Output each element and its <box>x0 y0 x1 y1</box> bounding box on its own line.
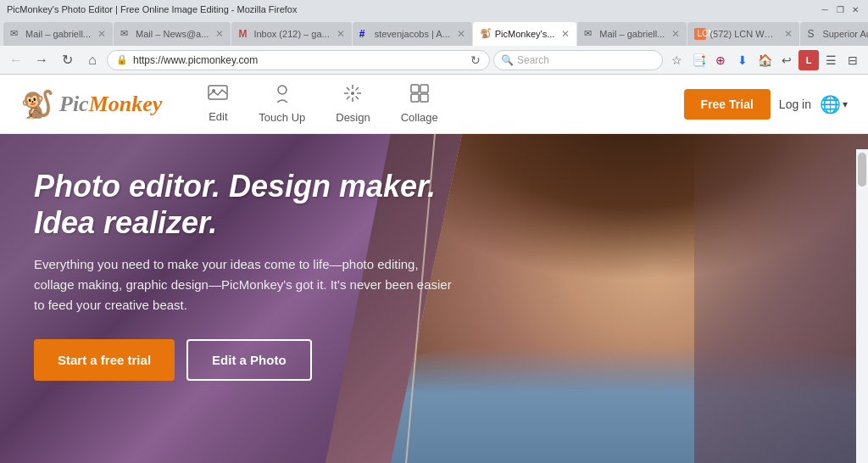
hero-title: Photo editor. Design maker. Idea realize… <box>34 168 492 241</box>
svg-line-8 <box>347 87 350 91</box>
hero-buttons: Start a free trial Edit a Photo <box>34 339 492 381</box>
browser-frame: PicMonkey's Photo Editor | Free Online I… <box>0 0 868 463</box>
back-nav-icon[interactable]: ↩ <box>776 50 797 70</box>
home-button[interactable]: ⌂ <box>81 49 103 71</box>
login-button[interactable]: Log in <box>779 98 811 111</box>
nav-item-design-label: Design <box>336 111 370 124</box>
logo[interactable]: 🐒 PicMonkey <box>20 88 162 120</box>
tab-label: stevenjacobs | A... <box>375 29 450 39</box>
toolbar-icons: ☆ 📑 ⊕ ⬇ 🏠 ↩ L ☰ ⊟ <box>666 50 863 70</box>
star-icon[interactable]: ☆ <box>666 50 687 70</box>
reload-button[interactable]: ↻ <box>56 49 78 71</box>
scrollbar[interactable] <box>856 149 868 463</box>
tab-superior[interactable]: S Superior Author... ✕ <box>800 22 868 46</box>
nav-items: Edit Touch Up Design <box>196 77 666 131</box>
tab-favicon: LCN <box>694 28 706 40</box>
svg-line-11 <box>347 97 350 100</box>
nav-item-touchup[interactable]: Touch Up <box>247 77 317 131</box>
svg-rect-15 <box>420 94 428 102</box>
language-button[interactable]: 🌐 ▾ <box>820 94 848 114</box>
logo-monkey-icon: 🐒 <box>20 88 54 120</box>
bookmark-icon[interactable]: 📑 <box>688 50 709 70</box>
tab-steven[interactable]: # stevenjacobs | A... ✕ <box>353 22 472 46</box>
tab-label: Mail – gabriell... <box>599 29 665 39</box>
svg-point-3 <box>351 92 354 95</box>
logo-text: PicMonkey <box>59 92 162 117</box>
url-reload-icon[interactable]: ↻ <box>470 53 481 67</box>
design-icon <box>343 84 362 108</box>
tab-close-icon[interactable]: ✕ <box>457 28 465 40</box>
nav-item-touchup-label: Touch Up <box>259 111 305 124</box>
start-free-trial-button[interactable]: Start a free trial <box>34 339 175 381</box>
url-bar[interactable]: 🔒 https://www.picmonkey.com ↻ <box>107 50 490 70</box>
tab-label: Inbox (212) – ga... <box>253 29 329 39</box>
nav-actions: Free Trial Log in 🌐 ▾ <box>684 89 848 120</box>
address-bar: ← → ↻ ⌂ 🔒 https://www.picmonkey.com ↻ 🔍 … <box>0 46 868 75</box>
tab-label: Mail – News@a... <box>136 29 209 39</box>
tab-mail-1[interactable]: ✉ Mail – gabriell... ✕ <box>3 22 113 46</box>
touchup-icon <box>274 84 291 108</box>
logo-monkey: Monkey <box>89 92 163 116</box>
title-bar-left: PicMonkey's Photo Editor | Free Online I… <box>7 4 297 14</box>
tab-favicon: M <box>238 28 250 40</box>
tab-close-icon[interactable]: ✕ <box>784 28 793 40</box>
tab-close-icon[interactable]: ✕ <box>337 28 345 40</box>
tab-label: PicMonkey's... <box>495 29 555 39</box>
chevron-down-icon: ▾ <box>843 98 848 110</box>
search-bar[interactable]: 🔍 Search <box>493 50 663 70</box>
tab-mail-3[interactable]: ✉ Mail – gabriell... ✕ <box>577 22 687 46</box>
close-button[interactable]: ✕ <box>849 3 861 15</box>
svg-point-2 <box>278 86 287 94</box>
tab-label: (572) LCN Webm... <box>709 29 777 39</box>
tab-picmonkey[interactable]: 🐒 PicMonkey's... ✕ <box>473 22 577 46</box>
home-nav-icon[interactable]: 🏠 <box>754 50 775 70</box>
url-text: https://www.picmonkey.com <box>133 54 462 66</box>
globe-icon: 🌐 <box>820 94 841 114</box>
download-icon[interactable]: ⬇ <box>732 50 753 70</box>
tab-close-icon[interactable]: ✕ <box>97 28 106 40</box>
forward-button[interactable]: → <box>31 49 53 71</box>
tab-close-icon[interactable]: ✕ <box>215 28 224 40</box>
svg-rect-12 <box>411 85 419 92</box>
hero-content: Photo editor. Design maker. Idea realize… <box>0 134 526 415</box>
hero-section: Photo editor. Design maker. Idea realize… <box>0 134 868 463</box>
collage-icon <box>410 84 429 108</box>
ssl-lock-icon: 🔒 <box>116 54 128 65</box>
minimize-button[interactable]: ─ <box>819 3 831 15</box>
pocket-icon[interactable]: ⊕ <box>710 50 731 70</box>
tab-favicon: # <box>359 28 371 40</box>
tab-favicon: 🐒 <box>480 28 492 40</box>
nav-item-collage[interactable]: Collage <box>389 77 450 131</box>
nav-item-edit[interactable]: Edit <box>196 78 240 130</box>
edit-icon <box>208 85 228 107</box>
title-bar: PicMonkey's Photo Editor | Free Online I… <box>0 0 868 19</box>
svg-point-1 <box>212 89 215 92</box>
tab-gmail[interactable]: M Inbox (212) – ga... ✕ <box>231 22 351 46</box>
tab-favicon: S <box>807 28 819 40</box>
tab-favicon: ✉ <box>10 28 22 40</box>
window-controls: ─ ❐ ✕ <box>819 3 861 15</box>
maximize-button[interactable]: ❐ <box>834 3 846 15</box>
window-title: PicMonkey's Photo Editor | Free Online I… <box>7 4 297 14</box>
nav-item-edit-label: Edit <box>209 110 227 123</box>
tab-close-icon[interactable]: ✕ <box>561 28 570 40</box>
menu-icon[interactable]: ☰ <box>821 50 841 70</box>
tab-bar: ✉ Mail – gabriell... ✕ ✉ Mail – News@a..… <box>0 19 868 46</box>
website-content: 🐒 PicMonkey Edit Touch Up <box>0 75 868 463</box>
tab-mail-2[interactable]: ✉ Mail – News@a... ✕ <box>114 22 231 46</box>
site-nav: 🐒 PicMonkey Edit Touch Up <box>0 75 868 134</box>
tab-label: Mail – gabriell... <box>25 29 91 39</box>
tab-lcn[interactable]: LCN (572) LCN Webm... ✕ <box>687 22 799 46</box>
free-trial-button[interactable]: Free Trial <box>684 89 771 120</box>
tab-close-icon[interactable]: ✕ <box>671 28 680 40</box>
nav-item-design[interactable]: Design <box>324 77 381 131</box>
tab-label: Superior Author... <box>822 29 868 39</box>
sidebar-icon[interactable]: ⊟ <box>843 50 863 70</box>
edit-photo-button[interactable]: Edit a Photo <box>186 339 312 381</box>
search-placeholder: Search <box>517 54 549 66</box>
hero-flowers-right <box>694 134 868 463</box>
search-icon: 🔍 <box>501 54 514 66</box>
scrollbar-thumb[interactable] <box>858 153 866 187</box>
lastpass-icon[interactable]: L <box>798 50 819 70</box>
back-button[interactable]: ← <box>5 49 27 71</box>
